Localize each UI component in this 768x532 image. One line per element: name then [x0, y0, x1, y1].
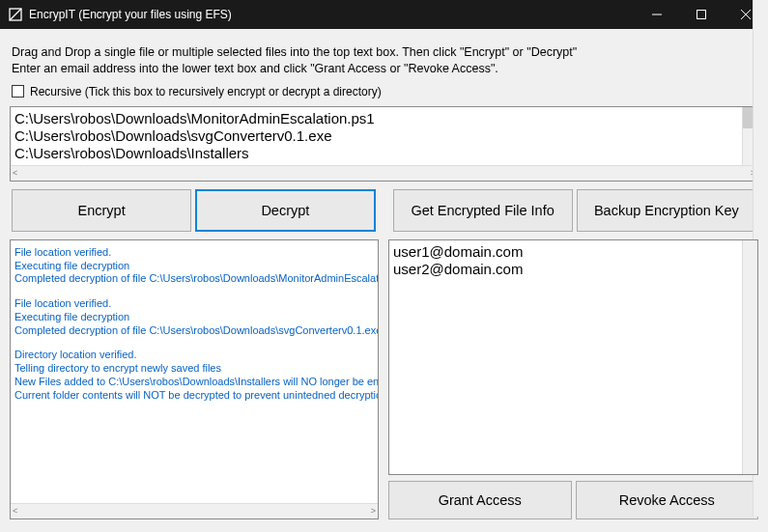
email-line: user1@domain.com [393, 243, 740, 261]
email-textbox[interactable]: user1@domain.com user2@domain.com [388, 239, 758, 475]
log-line [14, 337, 360, 349]
backup-key-button[interactable]: Backup Encryption Key [577, 189, 756, 232]
minimize-button[interactable] [635, 0, 679, 29]
log-textbox[interactable]: File location verified.Executing file de… [10, 239, 379, 519]
email-line: user2@domain.com [393, 261, 740, 278]
svg-rect-2 [697, 11, 706, 19]
log-line: Directory location verified. [14, 349, 360, 362]
log-line: File location verified. [14, 246, 360, 260]
main-button-row: Encrypt Decrypt Get Encrypted File Info … [10, 187, 758, 234]
titlebar: EncrypIT (Encrypt your files using EFS) [0, 0, 768, 29]
decrypt-button[interactable]: Decrypt [195, 189, 375, 232]
file-line: C:\Users\robos\Downloads\MonitorAdminEsc… [14, 110, 740, 127]
file-line: C:\Users\robos\Downloads\Installers [14, 145, 740, 162]
window-title: EncrypIT (Encrypt your files using EFS) [29, 8, 635, 21]
recursive-row[interactable]: Recursive (Tick this box to recursively … [12, 85, 756, 98]
log-line: Completed decryption of file C:\Users\ro… [14, 272, 360, 286]
revoke-access-button[interactable]: Revoke Access [576, 481, 759, 519]
log-line: Telling directory to encrypt newly saved… [14, 362, 360, 376]
instructions-line1: Drag and Drop a single file or multiple … [12, 44, 756, 61]
log-line [14, 286, 360, 297]
log-line: File location verified. [14, 297, 360, 311]
file-line: C:\Users\robos\Downloads\svgConverterv0.… [14, 127, 740, 145]
get-info-button[interactable]: Get Encrypted File Info [393, 189, 573, 232]
file-hscroll[interactable]: <> [11, 165, 757, 181]
instructions-text: Drag and Drop a single file or multiple … [12, 44, 756, 77]
app-icon [8, 7, 23, 22]
log-line: Executing file decryption [14, 311, 360, 324]
log-line: New Files added to C:\Users\robos\Downlo… [14, 376, 360, 389]
log-line: Completed decryption of file C:\Users\ro… [14, 324, 360, 338]
recursive-label: Recursive (Tick this box to recursively … [30, 85, 382, 98]
grant-access-button[interactable]: Grant Access [388, 481, 572, 519]
email-vscroll[interactable] [742, 240, 757, 474]
log-line: Current folder contents will NOT be decr… [14, 389, 360, 403]
instructions-line2: Enter an email address into the lower te… [12, 61, 756, 77]
maximize-button[interactable] [679, 0, 724, 29]
log-hscroll[interactable]: <> [11, 503, 378, 518]
log-line: Executing file decryption [14, 260, 360, 273]
recursive-checkbox[interactable] [12, 85, 24, 98]
encrypt-button[interactable]: Encrypt [12, 189, 191, 232]
file-textbox[interactable]: C:\Users\robos\Downloads\MonitorAdminEsc… [10, 106, 758, 182]
